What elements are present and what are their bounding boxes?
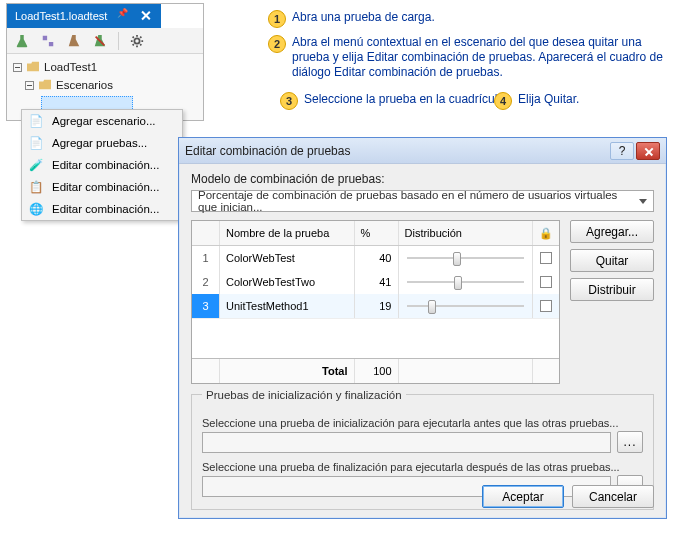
svg-point-0 [134,38,139,43]
row-lock[interactable] [533,294,559,318]
ctx-edit-mix-1[interactable]: 🧪 Editar combinación... [22,154,182,176]
ctx-add-scenario[interactable]: 📄 Agregar escenario... [22,110,182,132]
run-icon[interactable] [11,30,33,52]
dialog-titlebar: Editar combinación de pruebas ? [179,138,666,164]
dialog-body: Modelo de combinación de pruebas: Porcen… [179,164,666,522]
row-pct[interactable]: 40 [355,246,399,270]
close-icon[interactable] [139,9,153,23]
callout-3: 3 Seleccione la prueba en la cuadrícula. [280,92,507,110]
callout-4-text: Elija Quitar. [518,92,579,107]
init-test-input[interactable] [202,432,611,453]
row-lock[interactable] [533,270,559,294]
callout-2-text: Abra el menú contextual en el escenario … [292,35,664,80]
loadtest-tool-window: LoadTest1.loadtest LoadTest1 Escenarios [6,3,204,121]
bullet-2: 2 [268,35,286,53]
ctx-add-tests[interactable]: 📄 Agregar pruebas... [22,132,182,154]
toolbar-btn-2[interactable] [37,30,59,52]
add-tests-icon: 📄 [28,135,44,151]
tab-strip: LoadTest1.loadtest [7,4,203,28]
bullet-4: 4 [494,92,512,110]
tab-title: LoadTest1.loadtest [15,10,107,22]
tree-scenarios-label: Escenarios [56,79,113,91]
cancel-button[interactable]: Cancelar [572,485,654,508]
edit-test-mix-dialog: Editar combinación de pruebas ? Modelo d… [178,137,667,519]
toolbar-btn-4[interactable] [89,30,111,52]
final-desc: Seleccione una prueba de finalización pa… [202,461,643,473]
dialog-close-button[interactable] [636,142,660,160]
ctx-label: Agregar escenario... [52,115,156,127]
row-name: ColorWebTest [220,246,355,270]
row-dist[interactable] [399,270,534,294]
total-value: 100 [355,359,399,383]
ctx-edit-mix-3[interactable]: 🌐 Editar combinación... [22,198,182,220]
ctx-label: Editar combinación... [52,181,159,193]
row-index: 1 [192,246,220,270]
total-label: Total [220,359,355,383]
add-scenario-icon: 📄 [28,113,44,129]
expander-icon[interactable] [25,81,34,90]
row-index: 3 [192,294,220,318]
folder-icon [26,61,40,73]
callout-4: 4 Elija Quitar. [494,92,579,110]
bullet-3: 3 [280,92,298,110]
callout-2: 2 Abra el menú contextual en el escenari… [268,35,664,80]
help-button[interactable]: ? [610,142,634,160]
col-lock: 🔒 [533,221,559,245]
folder-icon [38,79,52,91]
list-icon: 📋 [28,179,44,195]
grid-footer: Total 100 [192,358,559,383]
dialog-buttons: Aceptar Cancelar [482,485,654,508]
ctx-label: Editar combinación... [52,203,159,215]
side-buttons: Agregar... Quitar Distribuir [570,220,654,384]
tree-root[interactable]: LoadTest1 [13,58,197,76]
distribute-button[interactable]: Distribuir [570,278,654,301]
settings-icon[interactable] [126,30,148,52]
ok-button[interactable]: Aceptar [482,485,564,508]
row-dist[interactable] [399,246,534,270]
callout-3-text: Seleccione la prueba en la cuadrícula. [304,92,507,107]
dialog-title: Editar combinación de pruebas [185,144,350,158]
grid-row-2[interactable]: 2 ColorWebTestTwo 41 [192,270,559,294]
init-desc: Seleccione una prueba de inicialización … [202,417,643,429]
model-dropdown[interactable]: Porcentaje de combinación de pruebas bas… [191,190,654,212]
tree-scenarios[interactable]: Escenarios [13,76,197,94]
callout-1: 1 Abra una prueba de carga. [268,10,435,28]
row-pct[interactable]: 41 [355,270,399,294]
context-menu: 📄 Agregar escenario... 📄 Agregar pruebas… [21,109,183,221]
col-name: Nombre de la prueba [220,221,355,245]
col-dist: Distribución [399,221,534,245]
test-mix-grid: Nombre de la prueba % Distribución 🔒 1 C… [191,220,560,384]
remove-button[interactable]: Quitar [570,249,654,272]
col-pct: % [355,221,399,245]
globe-icon: 🌐 [28,201,44,217]
expander-icon[interactable] [13,63,22,72]
toolbar-separator [118,32,119,50]
tree-root-label: LoadTest1 [44,61,97,73]
bullet-1: 1 [268,10,286,28]
flask-icon: 🧪 [28,157,44,173]
init-browse-button[interactable]: ... [617,431,643,453]
pin-icon[interactable] [117,10,129,22]
fieldset-legend: Pruebas de inicialización y finalización [202,389,406,401]
row-pct[interactable]: 19 [355,294,399,318]
chevron-down-icon [639,199,647,204]
grid-row-1[interactable]: 1 ColorWebTest 40 [192,246,559,270]
ctx-label: Agregar pruebas... [52,137,147,149]
add-button[interactable]: Agregar... [570,220,654,243]
active-tab[interactable]: LoadTest1.loadtest [7,4,161,28]
row-index: 2 [192,270,220,294]
row-name: ColorWebTestTwo [220,270,355,294]
row-name: UnitTestMethod1 [220,294,355,318]
model-dropdown-value: Porcentaje de combinación de pruebas bas… [198,189,639,213]
toolbar [7,28,203,54]
callout-1-text: Abra una prueba de carga. [292,10,435,25]
grid-header: Nombre de la prueba % Distribución 🔒 [192,221,559,246]
grid-row-3[interactable]: 3 UnitTestMethod1 19 [192,294,559,318]
row-dist[interactable] [399,294,534,318]
toolbar-btn-3[interactable] [63,30,85,52]
ctx-edit-mix-2[interactable]: 📋 Editar combinación... [22,176,182,198]
ctx-label: Editar combinación... [52,159,159,171]
row-lock[interactable] [533,246,559,270]
model-label: Modelo de combinación de pruebas: [191,172,654,186]
